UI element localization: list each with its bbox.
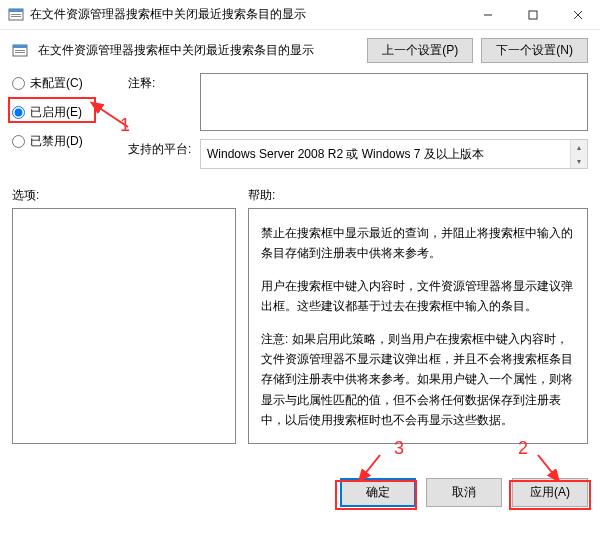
svg-rect-9 — [13, 45, 27, 48]
radio-not-configured-input[interactable] — [12, 77, 25, 90]
radio-not-configured[interactable]: 未配置(C) — [12, 75, 112, 92]
titlebar: 在文件资源管理器搜索框中关闭最近搜索条目的显示 — [0, 0, 600, 30]
options-pane — [12, 208, 236, 444]
help-paragraph-2: 用户在搜索框中键入内容时，文件资源管理器将显示建议弹出框。这些建议都基于过去在搜… — [261, 276, 575, 317]
platform-value: Windows Server 2008 R2 或 Windows 7 及以上版本 — [207, 146, 484, 163]
annotation-number-3: 3 — [394, 438, 404, 459]
header: 在文件资源管理器搜索框中关闭最近搜索条目的显示 上一个设置(P) 下一个设置(N… — [0, 30, 600, 73]
radio-disabled-input[interactable] — [12, 135, 25, 148]
annotation-number-1: 1 — [120, 115, 130, 136]
help-pane: 禁止在搜索框中显示最近的查询，并阻止将搜索框中输入的条目存储到注册表中供将来参考… — [248, 208, 588, 444]
ok-button[interactable]: 确定 — [340, 478, 416, 507]
svg-rect-5 — [529, 11, 537, 19]
radio-disabled-label: 已禁用(D) — [30, 133, 83, 150]
state-radio-group: 未配置(C) 已启用(E) 已禁用(D) 1 — [12, 73, 112, 169]
apply-button[interactable]: 应用(A) — [512, 478, 588, 507]
options-label: 选项: — [12, 187, 248, 204]
platform-label: 支持的平台: — [128, 139, 192, 158]
radio-enabled-label: 已启用(E) — [30, 104, 82, 121]
scroll-up-icon[interactable]: ▴ — [570, 140, 587, 154]
radio-disabled[interactable]: 已禁用(D) — [12, 133, 112, 150]
help-paragraph-3: 注意: 如果启用此策略，则当用户在搜索框中键入内容时，文件资源管理器不显示建议弹… — [261, 329, 575, 431]
radio-not-configured-label: 未配置(C) — [30, 75, 83, 92]
close-button[interactable] — [555, 0, 600, 30]
prev-setting-button[interactable]: 上一个设置(P) — [367, 38, 473, 63]
next-setting-button[interactable]: 下一个设置(N) — [481, 38, 588, 63]
platform-scrollbar[interactable]: ▴ ▾ — [570, 140, 587, 168]
svg-rect-1 — [9, 9, 23, 12]
app-icon — [8, 7, 24, 23]
comment-label: 注释: — [128, 73, 192, 92]
svg-line-14 — [364, 455, 380, 475]
help-paragraph-1: 禁止在搜索框中显示最近的查询，并阻止将搜索框中输入的条目存储到注册表中供将来参考… — [261, 223, 575, 264]
setting-title: 在文件资源管理器搜索框中关闭最近搜索条目的显示 — [38, 42, 357, 59]
svg-rect-10 — [15, 50, 25, 51]
window-title: 在文件资源管理器搜索框中关闭最近搜索条目的显示 — [30, 6, 465, 23]
svg-line-13 — [538, 455, 554, 475]
footer: 确定 取消 应用(A) 2 3 — [0, 444, 600, 517]
help-label: 帮助: — [248, 187, 275, 204]
annotation-arrow-3 — [356, 453, 386, 481]
radio-enabled[interactable]: 已启用(E) — [12, 104, 112, 121]
radio-enabled-input[interactable] — [12, 106, 25, 119]
maximize-button[interactable] — [510, 0, 555, 30]
svg-rect-2 — [11, 14, 21, 15]
annotation-number-2: 2 — [518, 438, 528, 459]
scroll-down-icon[interactable]: ▾ — [570, 154, 587, 168]
svg-rect-3 — [11, 16, 21, 17]
platform-box: Windows Server 2008 R2 或 Windows 7 及以上版本… — [200, 139, 588, 169]
setting-icon — [12, 43, 28, 59]
comment-input[interactable] — [200, 73, 588, 131]
minimize-button[interactable] — [465, 0, 510, 30]
cancel-button[interactable]: 取消 — [426, 478, 502, 507]
annotation-arrow-2 — [532, 453, 562, 481]
svg-rect-11 — [15, 52, 25, 53]
